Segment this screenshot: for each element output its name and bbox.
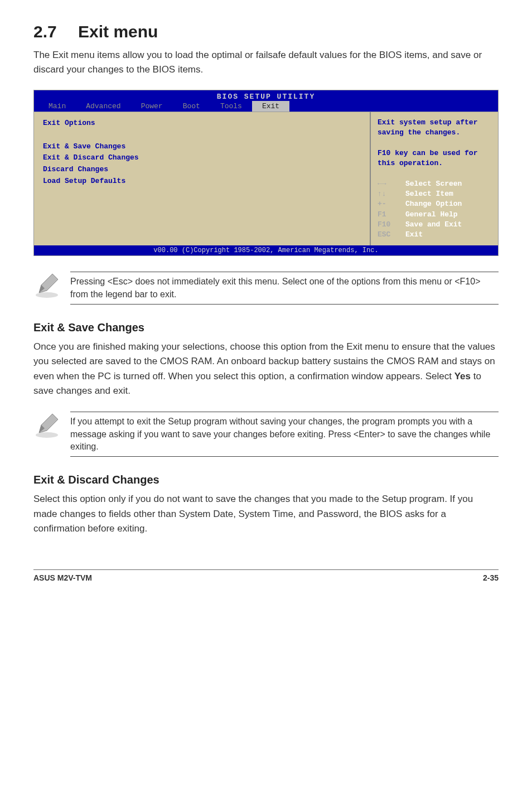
bios-footer: v00.00 (C)Copyright 1985-2002, American …: [34, 245, 498, 255]
bios-title: BIOS SETUP UTILITY: [34, 90, 498, 101]
bios-tab-power[interactable]: Power: [131, 101, 173, 112]
legend-key: F1: [378, 210, 405, 220]
footer-right: 2-35: [483, 573, 499, 582]
note-box: If you attempt to exit the Setup program…: [33, 412, 499, 457]
section-body: Once you are finished making your select…: [33, 340, 499, 398]
bios-help-line: Exit system setup after saving the chang…: [378, 118, 491, 138]
page-heading: 2.7 Exit menu: [33, 22, 499, 41]
section-body: Select this option only if you do not wa…: [33, 492, 499, 536]
pencil-icon: [33, 412, 60, 441]
bios-help-text: Exit system setup after saving the chang…: [378, 118, 491, 179]
note-text: If you attempt to exit the Setup program…: [70, 412, 499, 457]
bios-legend: ←→Select Screen ↑↓Select Item +-Change O…: [378, 179, 491, 240]
legend-key: ↑↓: [378, 189, 405, 199]
note-box: Pressing <Esc> does not immediately exit…: [33, 272, 499, 305]
bios-tab-bar: Main Advanced Power Boot Tools Exit: [34, 101, 498, 112]
pencil-icon: [33, 272, 60, 301]
bios-left-header: Exit Options: [43, 118, 361, 129]
bios-left-panel: Exit Options Exit & Save Changes Exit & …: [34, 112, 370, 245]
heading-number: 2.7: [33, 22, 57, 41]
legend-desc: Change Option: [405, 199, 462, 209]
bios-menu-item[interactable]: Discard Changes: [43, 164, 361, 176]
section-heading: Exit & Discard Changes: [33, 474, 499, 486]
bios-tab-boot[interactable]: Boot: [173, 101, 210, 112]
section-heading: Exit & Save Changes: [33, 321, 499, 334]
heading-title: Exit menu: [78, 22, 158, 41]
page-footer: ASUS M2V-TVM 2-35: [33, 569, 499, 582]
legend-key: ESC: [378, 230, 405, 240]
legend-desc: General Help: [405, 210, 458, 220]
intro-text: The Exit menu items allow you to load th…: [33, 48, 499, 76]
legend-desc: Select Item: [405, 189, 453, 199]
legend-desc: Select Screen: [405, 179, 462, 189]
legend-desc: Save and Exit: [405, 220, 462, 230]
legend-key: +-: [378, 199, 405, 209]
footer-left: ASUS M2V-TVM: [33, 573, 92, 582]
bios-help-line: F10 key can be used for this operation.: [378, 148, 491, 168]
bios-menu-item[interactable]: Exit & Save Changes: [43, 141, 361, 153]
note-text: Pressing <Esc> does not immediately exit…: [70, 272, 499, 305]
legend-key: ←→: [378, 179, 405, 189]
bios-right-panel: Exit system setup after saving the chang…: [370, 112, 498, 245]
bios-menu-item[interactable]: Exit & Discard Changes: [43, 152, 361, 164]
bios-tab-tools[interactable]: Tools: [210, 101, 252, 112]
section-body-part: Once you are finished making your select…: [33, 341, 495, 381]
legend-desc: Exit: [405, 230, 423, 240]
section-bold: Yes: [454, 371, 471, 381]
bios-tab-advanced[interactable]: Advanced: [76, 101, 130, 112]
bios-tab-main[interactable]: Main: [38, 101, 76, 112]
legend-key: F10: [378, 220, 405, 230]
bios-screenshot: BIOS SETUP UTILITY Main Advanced Power B…: [33, 90, 499, 256]
bios-menu-item[interactable]: Load Setup Defaults: [43, 176, 361, 187]
bios-tab-exit[interactable]: Exit: [252, 101, 289, 112]
